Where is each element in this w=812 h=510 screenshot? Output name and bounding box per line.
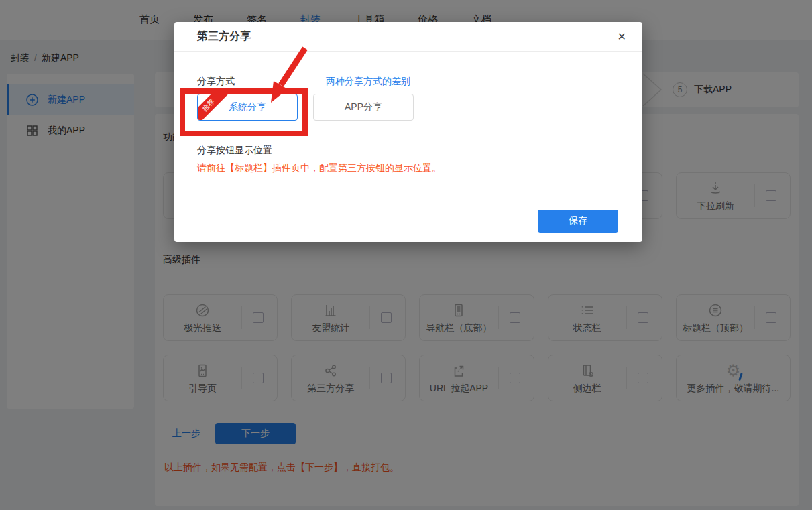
dialog-body: 分享方式 两种分享方式的差别 推荐 系统分享 APP分享 分享按钮显示位置 请前…	[174, 52, 642, 174]
close-icon[interactable]: ✕	[618, 30, 626, 43]
third-party-share-dialog: 第三方分享 ✕ 分享方式 两种分享方式的差别 推荐 系统分享 APP分享 分享按…	[174, 22, 642, 242]
dialog-header: 第三方分享 ✕	[174, 22, 642, 52]
dialog-footer: 保存	[174, 200, 642, 242]
recommended-ribbon: 推荐	[197, 94, 229, 121]
share-method-options: 推荐 系统分享 APP分享	[197, 94, 620, 121]
option-label: 系统分享	[229, 101, 266, 113]
share-button-position-label: 分享按钮显示位置	[197, 145, 620, 157]
dialog-title: 第三方分享	[197, 29, 251, 44]
app-screen: 首页 发布 签名 封装 工具箱 价格 文档 封装/新建APP 新建APP 我的A…	[0, 0, 812, 510]
system-share-option[interactable]: 推荐 系统分享	[197, 94, 298, 121]
share-button-position-note: 请前往【标题栏】插件页中，配置第三方按钮的显示位置。	[197, 162, 620, 174]
option-label: APP分享	[345, 101, 382, 113]
save-button[interactable]: 保存	[538, 210, 618, 233]
app-share-option[interactable]: APP分享	[313, 94, 414, 121]
share-method-label: 分享方式	[197, 76, 235, 88]
share-method-diff-link[interactable]: 两种分享方式的差别	[326, 76, 410, 88]
